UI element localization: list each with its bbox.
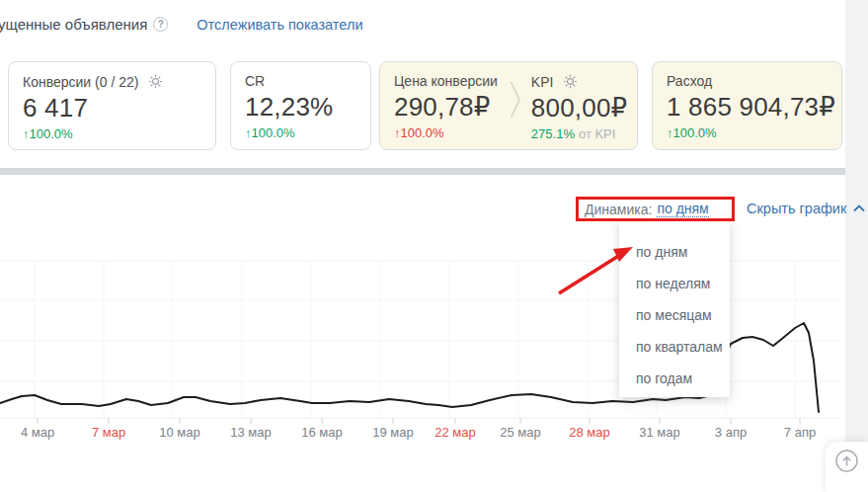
dropdown-item[interactable]: по неделям [636,268,730,299]
card-spend: Расход 1 865 904,73₽ ↑100.0% [652,61,842,150]
card-spend-value: 1 865 904,73₽ [667,92,828,123]
gear-icon[interactable] [147,73,164,90]
card-cpa-title: Цена конверсии [394,73,498,89]
card-kpi-delta: 275.1% [531,126,575,141]
gear-icon[interactable] [562,73,579,90]
dynamics-selector[interactable]: по дням [657,201,708,217]
track-metrics-link[interactable]: Отслеживать показатели [197,17,362,33]
card-cr-value: 12,23% [245,92,356,123]
annotation-box-dynamics: Динамика: по дням [576,197,735,221]
card-cpa-kpi: Цена конверсии 290,78₽ ↑100.0% KPI 800,0… [379,61,638,150]
card-cr-title: CR [245,73,265,89]
card-spend-delta: ↑100.0% [667,125,828,140]
x-axis-label: 4 мар [21,425,54,440]
card-cpa-delta: ↑100.0% [394,125,498,140]
card-kpi-value: 800,00₽ [531,93,627,123]
dropdown-item[interactable]: по кварталам [636,331,730,363]
card-cr-delta: ↑100.0% [245,125,356,140]
dropdown-item[interactable]: по месяцам [636,299,730,331]
card-conversions-title: Конверсии (0 / 22) [23,74,138,90]
section-divider [0,168,845,175]
card-kpi-delta-suffix: от KPI [579,126,615,141]
x-axis-label: 7 апр [784,425,816,440]
x-axis-label: 10 мар [159,425,199,440]
card-conversions-delta: ↑100.0% [23,126,201,141]
hide-chart-link[interactable]: Скрыть график [747,201,865,216]
x-axis-label: 28 мар [569,425,609,440]
card-spend-title: Расход [667,73,712,89]
chevron-up-icon [853,205,865,212]
x-axis-label: 25 мар [500,425,540,440]
dropdown-item[interactable]: по годам [636,363,730,394]
card-kpi-title: KPI [531,74,554,90]
dropdown-item[interactable]: по дням [636,236,730,268]
page-title: ущенные объявления [0,16,147,33]
dynamics-label: Динамика: [585,202,652,217]
cpa-block: Цена конверсии 290,78₽ ↑100.0% [394,73,498,141]
x-axis-label: 31 мар [639,425,679,440]
page-gutter [845,0,868,492]
x-axis-label: 22 мар [434,425,475,440]
card-conversions: Конверсии (0 / 22) 6 417 ↑100.0% [8,61,216,150]
arrow-up-circle-icon [835,450,858,472]
scroll-to-top-button[interactable] [826,442,868,492]
kpi-block: KPI 800,00₽ 275.1%от KPI [531,73,627,141]
x-axis-label: 13 мар [230,425,271,440]
card-conversions-value: 6 417 [23,93,201,123]
card-cr: CR 12,23% ↑100.0% [230,61,371,150]
chevron-right-icon [510,79,521,141]
x-axis-label: 19 мар [372,425,413,440]
x-axis-label: 7 мар [92,425,125,440]
hide-chart-label: Скрыть график [747,201,846,216]
x-axis-label: 16 мар [301,425,342,440]
x-axis-label: 3 апр [715,425,747,440]
page-header: ущенные объявления ? Отслеживать показат… [0,16,363,33]
dynamics-dropdown-menu: по днямпо неделямпо месяцампо кварталамп… [619,221,730,397]
card-cpa-value: 290,78₽ [394,92,498,123]
help-icon[interactable]: ? [153,17,168,32]
